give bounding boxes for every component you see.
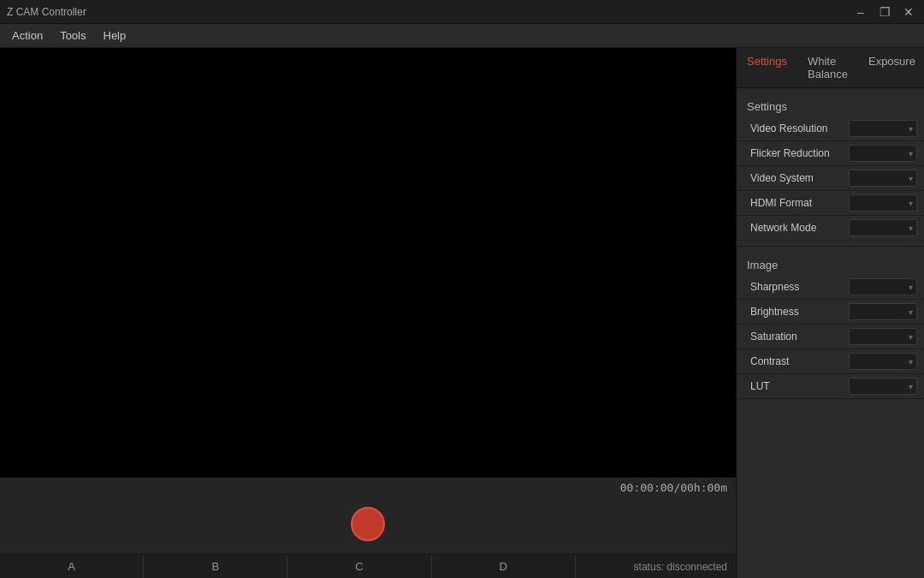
label-saturation: Saturation <box>750 331 849 343</box>
status-bar: status: disconnected <box>576 561 736 573</box>
section-divider <box>737 246 924 247</box>
bottom-bar: 00:00:00/00h:00m <box>0 477 736 554</box>
row-sharpness[interactable]: Sharpness ▾ <box>737 275 924 300</box>
row-hdmi-format[interactable]: HDMI Format ▾ <box>737 191 924 216</box>
timecode-display: 00:00:00/00h:00m <box>620 481 727 494</box>
main-layout: 00:00:00/00h:00m A B C D status: disconn… <box>0 48 924 578</box>
minimize-button[interactable]: – <box>852 3 869 21</box>
row-contrast[interactable]: Contrast ▾ <box>737 349 924 374</box>
menu-help[interactable]: Help <box>95 26 135 45</box>
close-button[interactable]: ✕ <box>900 3 917 21</box>
channel-a[interactable]: A <box>0 555 144 578</box>
video-area: 00:00:00/00h:00m A B C D status: disconn… <box>0 48 736 578</box>
row-video-resolution[interactable]: Video Resolution ▾ <box>737 116 924 141</box>
label-contrast: Contrast <box>750 355 849 367</box>
control-video-resolution[interactable]: ▾ <box>849 120 917 137</box>
arrow-hdmi-format[interactable]: ▾ <box>909 199 913 208</box>
window-controls: – ❐ ✕ <box>852 3 917 21</box>
arrow-saturation[interactable]: ▾ <box>909 332 913 342</box>
menu-action[interactable]: Action <box>3 26 51 45</box>
row-lut[interactable]: LUT ▾ <box>737 374 924 399</box>
tabs: Settings White Balance Exposure <box>737 48 924 88</box>
tab-settings[interactable]: Settings <box>737 48 797 87</box>
row-video-system[interactable]: Video System ▾ <box>737 166 924 191</box>
arrow-sharpness[interactable]: ▾ <box>909 283 913 292</box>
titlebar: Z CAM Controller – ❐ ✕ <box>0 0 924 24</box>
status-text: status: disconnected <box>634 561 727 573</box>
tab-white-balance[interactable]: White Balance <box>797 48 858 87</box>
label-lut: LUT <box>750 380 849 392</box>
channel-d[interactable]: D <box>432 555 576 578</box>
control-network-mode[interactable]: ▾ <box>849 219 917 236</box>
menu-tools[interactable]: Tools <box>51 26 94 45</box>
row-saturation[interactable]: Saturation ▾ <box>737 325 924 349</box>
label-flicker-reduction: Flicker Reduction <box>750 147 849 159</box>
label-video-resolution: Video Resolution <box>750 122 849 134</box>
panel-content: Settings Video Resolution ▾ Flicker Redu… <box>737 88 924 404</box>
control-hdmi-format[interactable]: ▾ <box>849 194 917 212</box>
control-sharpness[interactable]: ▾ <box>849 278 917 295</box>
control-brightness[interactable]: ▾ <box>849 303 917 320</box>
arrow-contrast[interactable]: ▾ <box>909 357 913 366</box>
label-sharpness: Sharpness <box>750 281 849 293</box>
record-row <box>0 494 736 554</box>
record-button[interactable] <box>351 507 385 541</box>
image-section-header: Image <box>737 252 924 275</box>
arrow-flicker-reduction[interactable]: ▾ <box>909 149 913 158</box>
maximize-button[interactable]: ❐ <box>876 3 893 21</box>
arrow-network-mode[interactable]: ▾ <box>909 223 913 233</box>
arrow-lut[interactable]: ▾ <box>909 382 913 391</box>
timecode-row: 00:00:00/00h:00m <box>0 478 736 494</box>
control-saturation[interactable]: ▾ <box>849 328 917 345</box>
label-network-mode: Network Mode <box>750 222 849 234</box>
settings-section-header: Settings <box>737 93 924 116</box>
app-title: Z CAM Controller <box>7 6 852 18</box>
control-lut[interactable]: ▾ <box>849 378 917 395</box>
control-contrast[interactable]: ▾ <box>849 353 917 370</box>
label-video-system: Video System <box>750 172 849 184</box>
row-flicker-reduction[interactable]: Flicker Reduction ▾ <box>737 141 924 166</box>
label-brightness: Brightness <box>750 306 849 318</box>
tab-exposure[interactable]: Exposure <box>858 48 924 87</box>
control-flicker-reduction[interactable]: ▾ <box>849 145 917 162</box>
video-preview <box>0 48 736 477</box>
channel-c[interactable]: C <box>287 555 431 578</box>
arrow-video-resolution[interactable]: ▾ <box>909 124 913 134</box>
channel-status-row: A B C D status: disconnected <box>0 554 736 578</box>
row-brightness[interactable]: Brightness ▾ <box>737 300 924 325</box>
control-video-system[interactable]: ▾ <box>849 170 917 187</box>
row-network-mode[interactable]: Network Mode ▾ <box>737 216 924 241</box>
label-hdmi-format: HDMI Format <box>750 197 849 209</box>
arrow-brightness[interactable]: ▾ <box>909 307 913 317</box>
arrow-video-system[interactable]: ▾ <box>909 174 913 183</box>
right-panel: Settings White Balance Exposure Settings… <box>736 48 924 578</box>
channel-b[interactable]: B <box>144 555 287 578</box>
menubar: Action Tools Help <box>0 24 924 48</box>
